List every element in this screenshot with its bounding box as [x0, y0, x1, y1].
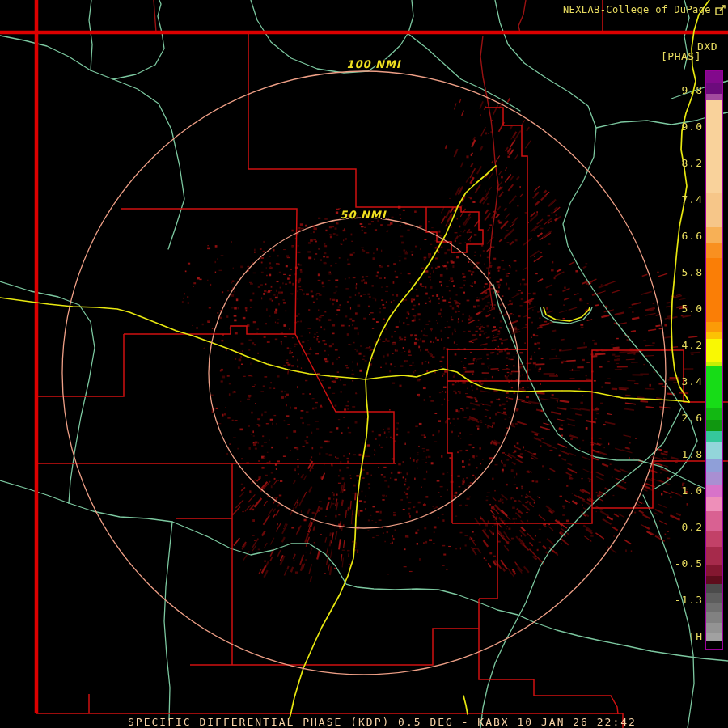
colorbar-tick-label: 2.6	[638, 412, 703, 425]
colorbar-tick-label: 9.8	[638, 84, 703, 97]
colorbar-tick-label: 5.0	[638, 303, 703, 315]
secondary-boundary-layer	[154, 0, 526, 307]
range-ring-inner	[209, 218, 519, 528]
state-borders-layer	[0, 0, 728, 713]
colorbar-tick-label: 1.8	[638, 448, 703, 461]
colorbar-tick-label: 1.0	[638, 485, 703, 497]
county-lines-layer	[36, 0, 728, 728]
colorbar-gradient	[706, 71, 722, 649]
colorbar-tick-label: 4.2	[638, 339, 703, 352]
header: NEXLAB-College of DuPage	[563, 4, 726, 15]
colorbar-tick-label: 8.2	[638, 157, 703, 170]
map-overlay	[0, 0, 728, 728]
external-link-icon[interactable]	[715, 5, 726, 15]
colorbar-tick-label: 3.4	[638, 375, 703, 388]
ring-label-inner: 50 NMI	[340, 209, 386, 221]
ring-label-outer: 100 NMI	[346, 58, 400, 70]
colorbar	[705, 70, 723, 650]
product-units: [PHAS]	[661, 50, 701, 62]
radar-display: NEXLAB-College of DuPage DXD [PHAS] 100 …	[0, 0, 728, 728]
colorbar-tick-label: 5.8	[638, 266, 703, 279]
site-title: NEXLAB-College of DuPage	[563, 4, 711, 15]
colorbar-tick-label: TH	[638, 630, 703, 643]
colorbar-tick-label: 6.6	[638, 230, 703, 243]
colorbar-tick-label: 0.2	[638, 521, 703, 534]
colorbar-tick-label: 9.0	[638, 121, 703, 133]
colorbar-tick-label: -0.5	[638, 557, 703, 570]
range-rings-layer	[62, 71, 666, 675]
highways-layer	[0, 0, 709, 718]
colorbar-tick-label: 7.4	[638, 193, 703, 206]
colorbar-tick-label: -1.3	[638, 594, 703, 607]
product-caption: SPECIFIC DIFFERENTIAL PHASE (KDP) 0.5 DE…	[128, 716, 637, 728]
rivers-layer	[0, 0, 728, 728]
range-ring-outer	[62, 71, 666, 675]
